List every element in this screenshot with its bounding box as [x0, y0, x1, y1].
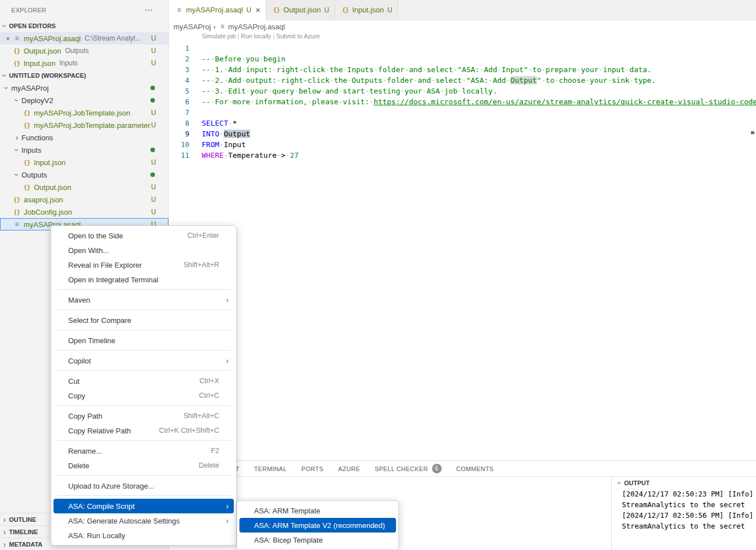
menu-item-label: Maven: [68, 296, 219, 304]
file-label: Input.json: [34, 158, 65, 167]
menu-item-copy-relative-path[interactable]: Copy Relative PathCtrl+K Ctrl+Shift+C: [54, 423, 234, 438]
folder-label: Outputs: [21, 171, 47, 179]
menu-shortcut: Delete: [199, 462, 219, 469]
json-file-icon: {}: [23, 184, 32, 190]
whitespace-dot: ·: [422, 65, 426, 74]
workspace-label: UNTITLED (WORKSPACE): [9, 72, 86, 79]
line-number: 10: [169, 139, 189, 150]
tree-item-deployv2[interactable]: ›DeployV2: [0, 94, 168, 107]
menu-item-asa-arm-template[interactable]: ASA: ARM Template: [239, 503, 396, 518]
menu-item-open-to-the-side[interactable]: Open to the SideCtrl+Enter: [54, 228, 234, 243]
tree-item-myasaproj[interactable]: ›myASAProj: [0, 82, 168, 94]
menu-item-reveal-in-file-explorer[interactable]: Reveal in File ExplorerShift+Alt+R: [54, 258, 234, 272]
open-editors-section-header[interactable]: › OPEN EDITORS: [0, 20, 168, 32]
menu-item-asa-generate-autoscale-settings[interactable]: ASA: Generate Autoscale Settings›: [54, 513, 234, 528]
code-text[interactable]: INTO·Output: [189, 128, 250, 139]
tree-item-myasaproj-jobtemplate-parameter[interactable]: {}myASAProj.JobTemplate.parameter...U: [0, 119, 168, 131]
code-text[interactable]: FROM·Input: [189, 139, 246, 150]
whitespace-dot: ·: [625, 65, 629, 74]
breadcrumb-folder[interactable]: myASAProj: [174, 23, 211, 31]
code-text[interactable]: [189, 107, 202, 118]
code-link[interactable]: https://docs.microsoft.com/en-us/azure/s…: [373, 97, 756, 106]
menu-item-copilot[interactable]: Copilot›: [54, 353, 234, 368]
close-editor-icon[interactable]: ×: [3, 34, 12, 43]
more-actions-icon[interactable]: ⋯: [144, 5, 153, 15]
menu-item-rename[interactable]: Rename...F2: [54, 443, 234, 458]
code-text[interactable]: --·Before·you·begin: [189, 54, 286, 64]
code-text[interactable]: --·2.·Add·output:·right-click·the·Output…: [189, 75, 656, 86]
menu-item-delete[interactable]: DeleteDelete: [54, 458, 234, 473]
panel-tab-azure[interactable]: AZURE: [338, 465, 360, 472]
workspace-section-header[interactable]: › UNTITLED (WORKSPACE): [0, 69, 168, 82]
whitespace-dot: ·: [373, 65, 378, 74]
menu-item-asa-bicep-template[interactable]: ASA: Bicep Template: [239, 533, 396, 547]
code-line: 2--·Before·you·begin: [169, 54, 756, 64]
tree-item-inputs[interactable]: ›Inputs: [0, 144, 168, 156]
panel-tab-label: SPELL CHECKER: [375, 465, 428, 472]
whitespace-dot: ·: [343, 65, 347, 74]
menu-item-asa-compile-script[interactable]: ASA: Compile Script›: [54, 499, 234, 513]
code-text[interactable]: [189, 43, 202, 54]
file-name: Output.json: [24, 47, 61, 55]
tree-item-asaproj-json[interactable]: {}asaproj.jsonU: [0, 193, 168, 206]
close-tab-icon[interactable]: ×: [256, 6, 260, 15]
breadcrumb-file[interactable]: myASAProj.asaql: [228, 23, 285, 31]
panel-tab-ports[interactable]: PORTS: [301, 465, 323, 472]
output-log[interactable]: [2024/12/17 02:50:23 PM] [Info]StreamAna…: [612, 489, 756, 531]
panel-tab-comments[interactable]: COMMENTS: [456, 465, 494, 472]
code-editor[interactable]: 12--·Before·you·begin3--·1.·Add·input:·r…: [169, 43, 756, 161]
code-text[interactable]: --·1.·Add·input:·right-click·the·Inputs·…: [189, 64, 651, 75]
code-text[interactable]: WHERE·Temperature·>·27: [189, 150, 299, 161]
whitespace-dot: ·: [413, 76, 418, 85]
menu-item-maven[interactable]: Maven›: [54, 292, 234, 307]
panel-tab-label: AZURE: [338, 465, 360, 472]
whitespace-dot: ·: [440, 87, 444, 95]
tree-item-functions[interactable]: ›Functions: [0, 131, 168, 144]
menu-divider: [57, 350, 230, 351]
code-text[interactable]: --·3.·Edit·your·query·below·and·start·te…: [189, 86, 497, 96]
tree-item-jobconfig-json[interactable]: {}JobConfig.jsonU: [0, 206, 168, 218]
tree-item-myasaproj-jobtemplate-json[interactable]: {}myASAProj.JobTemplate.jsonU: [0, 107, 168, 119]
codelens-run-locally[interactable]: Run locally: [241, 33, 272, 39]
file-name: myASAProj.asaql: [24, 34, 81, 43]
menu-item-asa-run-locally[interactable]: ASA: Run Locally: [54, 528, 234, 543]
codelens-submit-to-azure[interactable]: Submit to Azure: [276, 33, 320, 39]
panel-tab-terminal[interactable]: TERMINAL: [254, 465, 287, 472]
menu-item-copy-path[interactable]: Copy PathShift+Alt+C: [54, 409, 234, 423]
menu-divider: [57, 405, 230, 406]
folder-label: Inputs: [21, 146, 41, 154]
editor-tab-myasaproj-asaql[interactable]: ≡myASAProj.asaqlU×: [169, 0, 266, 20]
tree-item-outputs[interactable]: ›Outputs: [0, 168, 168, 181]
sidebar-header: EXPLORER ⋯: [0, 0, 168, 20]
panel-tab-spell-checker[interactable]: SPELL CHECKER6: [375, 464, 442, 473]
menu-item-cut[interactable]: CutCtrl+X: [54, 374, 234, 388]
editor-tab-input-json[interactable]: {}Input.jsonU: [335, 0, 398, 20]
tree-item-output-json[interactable]: {}Output.jsonU: [0, 181, 168, 193]
menu-item-open-timeline[interactable]: Open Timeline: [54, 333, 234, 348]
tree-item-input-json[interactable]: {}Input.jsonU: [0, 156, 168, 168]
open-editor-item-myasaproj-asaql[interactable]: ×≡myASAProj.asaqlC:\Stream Analyt...U: [0, 32, 168, 45]
open-editor-item-output-json[interactable]: {}Output.jsonOutputsU: [0, 45, 168, 57]
whitespace-dot: ·: [585, 76, 590, 85]
code-text[interactable]: --·For·more·information,·please·visit:·h…: [189, 96, 756, 107]
tab-label: Output.json: [283, 6, 321, 14]
whitespace-dot: ·: [422, 87, 426, 95]
menu-item-upload-to-azure-storage[interactable]: Upload to Azure Storage...: [54, 478, 234, 493]
menu-item-open-in-integrated-terminal[interactable]: Open in Integrated Terminal: [54, 272, 234, 287]
open-editor-item-input-json[interactable]: {}Input.jsonInputsU: [0, 57, 168, 69]
menu-item-open-with[interactable]: Open With...: [54, 243, 234, 258]
editor-tab-output-json[interactable]: {}Output.jsonU: [266, 0, 335, 20]
file-tree: ›myASAProj›DeployV2{}myASAProj.JobTempla…: [0, 82, 168, 230]
code-text[interactable]: SELECT·*: [189, 118, 237, 128]
code-token: 27: [290, 151, 299, 159]
menu-item-label: Cut: [68, 377, 188, 385]
menu-item-select-for-compare[interactable]: Select for Compare: [54, 313, 234, 327]
folder-label: DeployV2: [21, 96, 53, 105]
open-editors-list: ×≡myASAProj.asaqlC:\Stream Analyt...U{}O…: [0, 32, 168, 69]
menu-item-copy[interactable]: CopyCtrl+C: [54, 388, 234, 403]
codelens-simulate-job[interactable]: Simulate job: [202, 33, 236, 39]
whitespace-dot: ·: [528, 65, 532, 74]
output-view-header[interactable]: › OUTPUT: [612, 477, 756, 489]
codelens-separator: |: [271, 33, 276, 39]
menu-item-asa-arm-template-v2-recommended[interactable]: ASA: ARM Template V2 (recommended): [239, 518, 396, 533]
